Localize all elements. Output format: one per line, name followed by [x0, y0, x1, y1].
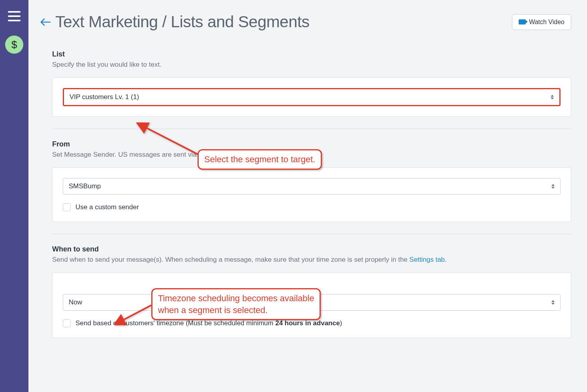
when-section-desc: Send when to send your message(s). When …	[40, 256, 571, 264]
custom-sender-row: Use a custom sender	[63, 203, 561, 211]
settings-tab-link[interactable]: Settings tab	[409, 256, 445, 263]
divider	[52, 129, 571, 129]
timezone-checkbox-row: Send based on customers' timezone (Must …	[63, 319, 561, 327]
callout-tz-line1: Timezone scheduling becomes available	[158, 293, 314, 303]
select-caret-icon	[551, 95, 554, 99]
main-content: Text Marketing / Lists and Segments Watc…	[28, 0, 587, 392]
list-select[interactable]: VIP customers Lv. 1 (1)	[64, 89, 559, 105]
from-select-wrapper: SMSBump	[63, 178, 561, 195]
tz-label-suffix: )	[340, 319, 342, 327]
when-desc-prefix: Send when to send your message(s). When …	[52, 256, 409, 263]
tz-label-bold: 24 hours in advance	[275, 319, 340, 327]
video-camera-icon	[519, 19, 526, 24]
annotation-callout-timezone: Timezone scheduling becomes available wh…	[151, 288, 321, 320]
sidebar: $	[0, 0, 28, 392]
list-section-desc: Specify the list you would like to text.	[40, 61, 571, 69]
list-card: VIP customers Lv. 1 (1)	[52, 77, 571, 117]
from-card: SMSBump Use a custom sender	[52, 167, 571, 222]
tz-label-prefix: Send based on customers' timezone (Must …	[75, 319, 275, 327]
list-section-label: List	[40, 50, 571, 58]
callout-tz-line2: when a segment is selected.	[158, 305, 268, 315]
timezone-checkbox[interactable]	[63, 319, 71, 327]
watch-video-label: Watch Video	[529, 19, 564, 26]
header-left: Text Marketing / Lists and Segments	[40, 13, 309, 31]
page-header: Text Marketing / Lists and Segments Watc…	[40, 13, 571, 31]
timezone-checkbox-label: Send based on customers' timezone (Must …	[75, 319, 342, 327]
from-section-label: From	[40, 140, 571, 148]
when-desc-suffix: .	[445, 256, 447, 263]
watch-video-button[interactable]: Watch Video	[512, 14, 571, 30]
list-select-highlight: VIP customers Lv. 1 (1)	[63, 88, 561, 106]
billing-dollar-icon[interactable]: $	[5, 36, 23, 54]
from-select-value: SMSBump	[69, 182, 101, 190]
list-select-value: VIP customers Lv. 1 (1)	[70, 93, 139, 101]
select-caret-icon	[551, 184, 555, 189]
custom-sender-label: Use a custom sender	[75, 203, 139, 211]
when-section-label: When to send	[40, 245, 571, 253]
page-title: Text Marketing / Lists and Segments	[55, 13, 309, 31]
annotation-callout-select-segment: Select the segment to target.	[198, 149, 322, 170]
menu-hamburger-icon[interactable]	[8, 11, 21, 21]
section-list: List Specify the list you would like to …	[40, 50, 571, 117]
custom-sender-checkbox[interactable]	[63, 203, 71, 211]
when-select-value: Now	[69, 298, 82, 306]
back-arrow-icon[interactable]	[40, 18, 51, 26]
select-caret-icon	[551, 300, 555, 305]
divider	[52, 234, 571, 234]
from-select[interactable]: SMSBump	[63, 178, 561, 195]
